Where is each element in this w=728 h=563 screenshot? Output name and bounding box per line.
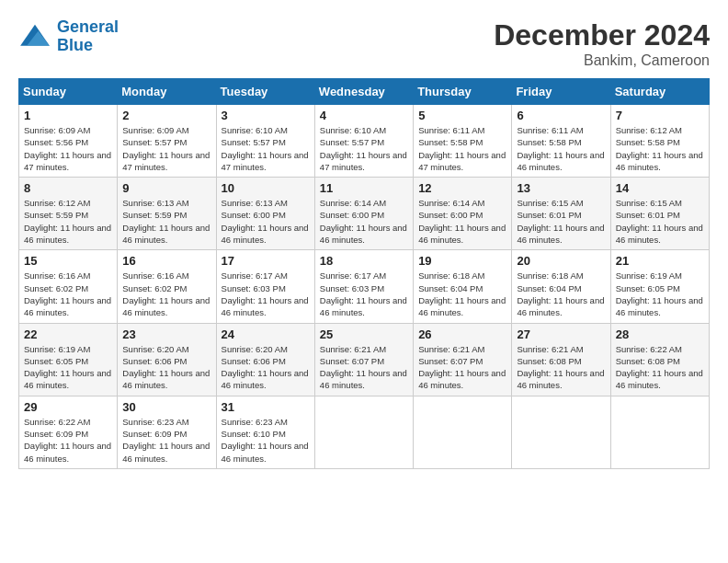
day-number: 31 [222,400,310,414]
table-row: 14 Sunrise: 6:15 AM Sunset: 6:01 PM Dayl… [610,178,709,250]
day-number: 6 [517,109,605,122]
day-number: 4 [320,109,408,122]
day-info: Sunrise: 6:23 AM Sunset: 6:09 PM Dayligh… [122,416,210,465]
calendar-week-row: 8 Sunrise: 6:12 AM Sunset: 5:59 PM Dayli… [19,178,710,250]
day-number: 17 [222,254,310,268]
day-info: Sunrise: 6:15 AM Sunset: 6:01 PM Dayligh… [517,197,605,246]
day-info: Sunrise: 6:17 AM Sunset: 6:03 PM Dayligh… [222,270,310,318]
table-row: 18 Sunrise: 6:17 AM Sunset: 6:03 PM Dayl… [314,250,413,323]
day-info: Sunrise: 6:20 AM Sunset: 6:06 PM Dayligh… [122,343,210,392]
location: Bankim, Cameroon [494,52,710,69]
day-info: Sunrise: 6:11 AM Sunset: 5:58 PM Dayligh… [418,124,506,173]
table-row: 23 Sunrise: 6:20 AM Sunset: 6:06 PM Dayl… [118,323,216,396]
day-number: 25 [320,327,408,341]
table-row: 29 Sunrise: 6:22 AM Sunset: 6:09 PM Dayl… [19,396,118,468]
day-number: 10 [222,181,310,195]
day-info: Sunrise: 6:21 AM Sunset: 6:07 PM Dayligh… [320,343,408,392]
day-info: Sunrise: 6:22 AM Sunset: 6:08 PM Dayligh… [616,343,704,392]
day-number: 7 [616,109,704,122]
table-row: 6 Sunrise: 6:11 AM Sunset: 5:58 PM Dayli… [512,105,610,178]
table-row: 12 Sunrise: 6:14 AM Sunset: 6:00 PM Dayl… [414,178,512,250]
table-row: 8 Sunrise: 6:12 AM Sunset: 5:59 PM Dayli… [19,178,118,250]
table-row: 16 Sunrise: 6:16 AM Sunset: 6:02 PM Dayl… [118,250,216,323]
day-info: Sunrise: 6:16 AM Sunset: 6:02 PM Dayligh… [24,270,112,318]
table-row [512,396,610,468]
page-header: General Blue December 2024 Bankim, Camer… [18,18,710,69]
day-info: Sunrise: 6:22 AM Sunset: 6:09 PM Dayligh… [24,416,112,465]
table-row: 31 Sunrise: 6:23 AM Sunset: 6:10 PM Dayl… [216,396,314,468]
day-number: 16 [122,254,210,268]
day-number: 11 [320,181,408,195]
calendar-table: Sunday Monday Tuesday Wednesday Thursday… [18,78,710,469]
table-row: 28 Sunrise: 6:22 AM Sunset: 6:08 PM Dayl… [610,323,709,396]
col-tuesday: Tuesday [216,79,314,105]
day-number: 19 [418,254,506,268]
col-wednesday: Wednesday [314,79,413,105]
table-row: 27 Sunrise: 6:21 AM Sunset: 6:08 PM Dayl… [512,323,610,396]
day-info: Sunrise: 6:23 AM Sunset: 6:10 PM Dayligh… [222,416,310,465]
day-info: Sunrise: 6:17 AM Sunset: 6:03 PM Dayligh… [320,270,408,318]
day-number: 20 [517,254,605,268]
day-info: Sunrise: 6:12 AM Sunset: 5:58 PM Dayligh… [616,124,704,173]
table-row: 10 Sunrise: 6:13 AM Sunset: 6:00 PM Dayl… [216,178,314,250]
calendar-week-row: 1 Sunrise: 6:09 AM Sunset: 5:56 PM Dayli… [19,105,710,178]
day-number: 26 [418,327,506,341]
table-row: 9 Sunrise: 6:13 AM Sunset: 5:59 PM Dayli… [118,178,216,250]
day-info: Sunrise: 6:10 AM Sunset: 5:57 PM Dayligh… [320,124,408,173]
day-number: 1 [24,109,112,122]
table-row: 17 Sunrise: 6:17 AM Sunset: 6:03 PM Dayl… [216,250,314,323]
logo-icon [18,23,51,51]
day-number: 3 [222,109,310,122]
day-number: 12 [418,181,506,195]
table-row: 4 Sunrise: 6:10 AM Sunset: 5:57 PM Dayli… [314,105,413,178]
day-info: Sunrise: 6:19 AM Sunset: 6:05 PM Dayligh… [24,343,112,392]
table-row: 5 Sunrise: 6:11 AM Sunset: 5:58 PM Dayli… [414,105,512,178]
day-info: Sunrise: 6:09 AM Sunset: 5:57 PM Dayligh… [122,124,210,173]
day-number: 29 [24,400,112,414]
day-number: 30 [122,400,210,414]
day-info: Sunrise: 6:11 AM Sunset: 5:58 PM Dayligh… [517,124,605,173]
title-area: December 2024 Bankim, Cameroon [494,18,710,69]
table-row: 19 Sunrise: 6:18 AM Sunset: 6:04 PM Dayl… [414,250,512,323]
day-number: 13 [517,181,605,195]
table-row: 11 Sunrise: 6:14 AM Sunset: 6:00 PM Dayl… [314,178,413,250]
day-info: Sunrise: 6:20 AM Sunset: 6:06 PM Dayligh… [222,343,310,392]
calendar-week-row: 22 Sunrise: 6:19 AM Sunset: 6:05 PM Dayl… [19,323,710,396]
day-number: 23 [122,327,210,341]
day-info: Sunrise: 6:13 AM Sunset: 6:00 PM Dayligh… [222,197,310,246]
table-row [610,396,709,468]
table-row: 1 Sunrise: 6:09 AM Sunset: 5:56 PM Dayli… [19,105,118,178]
day-info: Sunrise: 6:15 AM Sunset: 6:01 PM Dayligh… [616,197,704,246]
logo-text: General Blue [57,18,119,55]
table-row: 24 Sunrise: 6:20 AM Sunset: 6:06 PM Dayl… [216,323,314,396]
day-number: 14 [616,181,704,195]
table-row: 26 Sunrise: 6:21 AM Sunset: 6:07 PM Dayl… [414,323,512,396]
table-row: 2 Sunrise: 6:09 AM Sunset: 5:57 PM Dayli… [118,105,216,178]
day-info: Sunrise: 6:19 AM Sunset: 6:05 PM Dayligh… [616,270,704,318]
calendar-header-row: Sunday Monday Tuesday Wednesday Thursday… [19,79,710,105]
table-row: 15 Sunrise: 6:16 AM Sunset: 6:02 PM Dayl… [19,250,118,323]
table-row: 3 Sunrise: 6:10 AM Sunset: 5:57 PM Dayli… [216,105,314,178]
day-info: Sunrise: 6:10 AM Sunset: 5:57 PM Dayligh… [222,124,310,173]
day-number: 2 [122,109,210,122]
month-title: December 2024 [494,18,710,52]
day-info: Sunrise: 6:18 AM Sunset: 6:04 PM Dayligh… [418,270,506,318]
col-sunday: Sunday [19,79,118,105]
calendar-week-row: 15 Sunrise: 6:16 AM Sunset: 6:02 PM Dayl… [19,250,710,323]
table-row: 13 Sunrise: 6:15 AM Sunset: 6:01 PM Dayl… [512,178,610,250]
day-number: 21 [616,254,704,268]
day-info: Sunrise: 6:13 AM Sunset: 5:59 PM Dayligh… [122,197,210,246]
col-friday: Friday [512,79,610,105]
table-row: 20 Sunrise: 6:18 AM Sunset: 6:04 PM Dayl… [512,250,610,323]
logo: General Blue [18,18,119,55]
day-info: Sunrise: 6:18 AM Sunset: 6:04 PM Dayligh… [517,270,605,318]
day-number: 22 [24,327,112,341]
table-row [414,396,512,468]
table-row: 25 Sunrise: 6:21 AM Sunset: 6:07 PM Dayl… [314,323,413,396]
day-number: 15 [24,254,112,268]
day-info: Sunrise: 6:16 AM Sunset: 6:02 PM Dayligh… [122,270,210,318]
day-number: 27 [517,327,605,341]
day-number: 18 [320,254,408,268]
col-thursday: Thursday [414,79,512,105]
day-info: Sunrise: 6:14 AM Sunset: 6:00 PM Dayligh… [418,197,506,246]
